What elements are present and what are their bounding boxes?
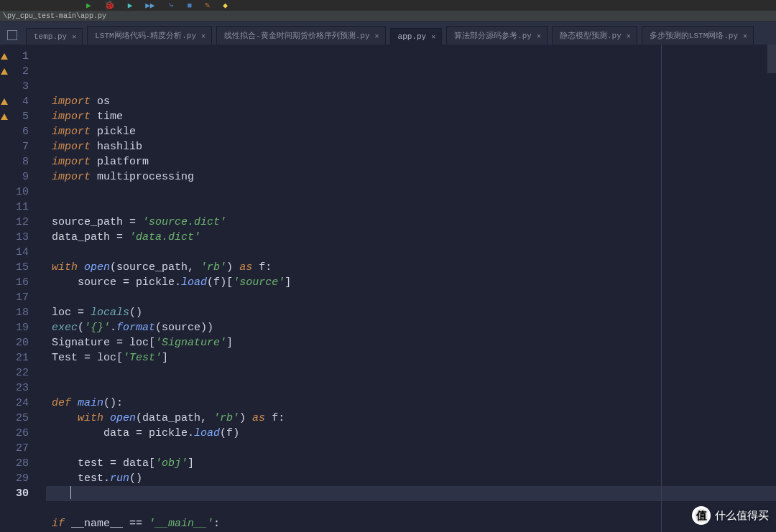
line-number[interactable]: 12	[11, 215, 29, 230]
file-path-bar: \py_cpu_test-main\app.py	[0, 11, 776, 22]
line-number[interactable]: 17	[11, 290, 29, 305]
code-line[interactable]: loc = locals()	[52, 305, 776, 320]
code-line[interactable]: Test = loc['Test']	[52, 350, 776, 365]
line-number[interactable]: 27	[11, 441, 29, 456]
tab-4[interactable]: 算法部分源码参考.py✕	[446, 26, 548, 45]
editor-area: 1234567891011121314151617181920212223242…	[0, 45, 776, 532]
line-number[interactable]: 30	[11, 486, 29, 501]
close-icon[interactable]: ✕	[537, 32, 541, 40]
close-icon[interactable]: ✕	[72, 32, 76, 41]
text-caret	[70, 486, 71, 499]
code-line[interactable]: import os	[52, 94, 776, 109]
warning-icon[interactable]	[1, 113, 8, 120]
step-icon[interactable]: ⤷	[168, 1, 175, 10]
debug-icon[interactable]: 🐞	[104, 0, 115, 11]
line-number[interactable]: 16	[11, 275, 29, 290]
line-number[interactable]: 25	[11, 411, 29, 426]
tab-1[interactable]: LSTM网络代码-精度分析.py✕	[87, 26, 212, 45]
line-number[interactable]: 2	[11, 64, 29, 79]
warning-icon[interactable]	[1, 98, 8, 105]
code-line[interactable]: Signature = loc['Signature']	[52, 335, 776, 350]
tab-label: 线性拟合-黄金时间期货价格序列预测.py	[224, 30, 369, 41]
tab-label: temp.py	[34, 32, 67, 41]
line-number[interactable]: 5	[11, 109, 29, 124]
code-line[interactable]: import platform	[52, 154, 776, 169]
code-line[interactable]: with open(data_path, 'rb') as f:	[52, 411, 776, 426]
code-line[interactable]: import multiprocessing	[52, 169, 776, 185]
code-line[interactable]	[52, 365, 776, 381]
close-icon[interactable]: ✕	[627, 32, 631, 40]
code-line[interactable]: test.run()	[52, 471, 776, 486]
code-line[interactable]	[52, 245, 776, 260]
code-line[interactable]: test = data['obj']	[52, 456, 776, 471]
line-number[interactable]: 26	[11, 426, 29, 441]
close-icon[interactable]: ✕	[743, 32, 747, 40]
scrollbar-thumb[interactable]	[767, 45, 776, 73]
line-number[interactable]: 19	[11, 320, 29, 335]
profile-icon[interactable]: ▶▶	[145, 1, 154, 10]
line-number[interactable]: 11	[11, 200, 29, 215]
line-number[interactable]: 14	[11, 245, 29, 260]
line-number[interactable]: 13	[11, 230, 29, 245]
line-number[interactable]: 7	[11, 139, 29, 154]
code-line[interactable]	[52, 185, 776, 200]
line-number[interactable]: 15	[11, 260, 29, 275]
top-toolbar: ▶ 🐞 ▶ ▶▶ ⤷ ■ ✎ ◆	[0, 0, 776, 11]
code-line[interactable]	[52, 200, 776, 215]
watermark-badge: 值	[692, 506, 711, 525]
line-number[interactable]: 23	[11, 381, 29, 396]
tab-0[interactable]: temp.py✕	[26, 28, 83, 45]
close-icon[interactable]: ✕	[201, 32, 205, 40]
warning-icon[interactable]	[1, 53, 8, 60]
line-number[interactable]: 18	[11, 305, 29, 320]
line-number[interactable]: 28	[11, 456, 29, 471]
line-number[interactable]: 22	[11, 365, 29, 381]
close-icon[interactable]: ✕	[375, 32, 379, 40]
close-icon[interactable]: ✕	[431, 32, 435, 41]
code-line[interactable]: import pickle	[52, 124, 776, 139]
stop-icon[interactable]: ■	[188, 1, 193, 10]
warning-icon[interactable]	[1, 68, 8, 75]
python-icon[interactable]: ◆	[223, 1, 228, 10]
code-line[interactable]: if __name__ == '__main__':	[52, 516, 776, 531]
code-line[interactable]: def main():	[52, 396, 776, 411]
code-line[interactable]: import time	[52, 109, 776, 124]
line-number[interactable]: 1	[11, 49, 29, 64]
code-line[interactable]: source_path = 'source.dict'	[52, 215, 776, 230]
tab-3[interactable]: app.py✕	[390, 28, 443, 45]
line-number[interactable]: 24	[11, 396, 29, 411]
line-number[interactable]: 21	[11, 350, 29, 365]
code-line[interactable]	[52, 501, 776, 516]
tab-label: 算法部分源码参考.py	[454, 30, 532, 41]
watermark: 值 什么值得买	[692, 506, 769, 525]
line-number[interactable]: 8	[11, 154, 29, 169]
tab-label: app.py	[398, 32, 427, 41]
coverage-icon[interactable]: ▶	[128, 1, 133, 10]
line-number[interactable]: 9	[11, 169, 29, 185]
line-number[interactable]: 29	[11, 471, 29, 486]
gutter-markers	[0, 45, 9, 532]
line-number[interactable]: 3	[11, 79, 29, 94]
line-number[interactable]: 20	[11, 335, 29, 350]
tab-2[interactable]: 线性拟合-黄金时间期货价格序列预测.py✕	[216, 26, 385, 45]
tab-label: 多步预测的LSTM网络.py	[650, 30, 738, 41]
tab-5[interactable]: 静态模型预测.py✕	[552, 26, 637, 45]
code-line[interactable]: data_path = 'data.dict'	[52, 230, 776, 245]
code-line[interactable]: data = pickle.load(f)	[52, 426, 776, 441]
panel-toggle-icon[interactable]	[7, 30, 17, 40]
run-icon[interactable]: ▶	[86, 1, 91, 10]
code-line[interactable]	[52, 290, 776, 305]
code-line[interactable]: source = pickle.load(f)['source']	[52, 275, 776, 290]
watermark-text: 什么值得买	[715, 509, 769, 523]
code-line[interactable]: exec('{}'.format(source))	[52, 320, 776, 335]
code-line[interactable]: with open(source_path, 'rb') as f:	[52, 260, 776, 275]
code-area[interactable]: import osimport timeimport pickleimport …	[46, 45, 776, 532]
line-number[interactable]: 10	[11, 185, 29, 200]
code-line[interactable]	[52, 441, 776, 456]
tab-6[interactable]: 多步预测的LSTM网络.py✕	[642, 26, 754, 45]
edit-icon[interactable]: ✎	[205, 0, 210, 11]
line-number[interactable]: 4	[11, 94, 29, 109]
code-line[interactable]	[52, 381, 776, 396]
code-line[interactable]: import hashlib	[52, 139, 776, 154]
line-number[interactable]: 6	[11, 124, 29, 139]
